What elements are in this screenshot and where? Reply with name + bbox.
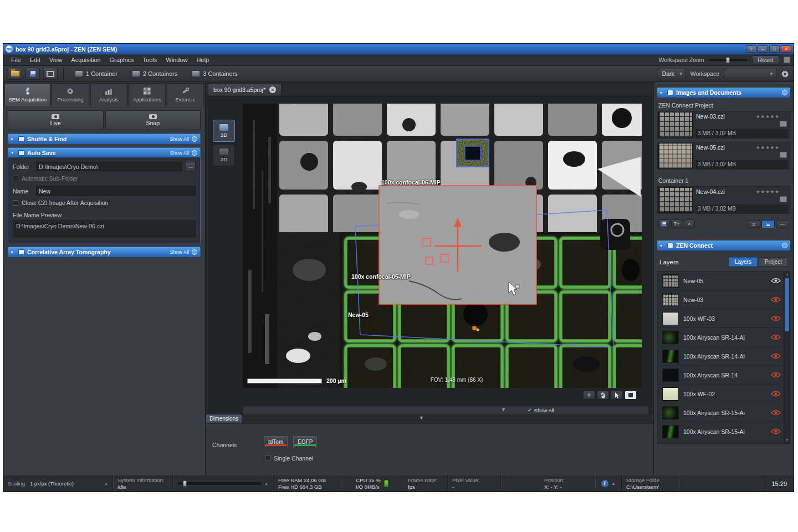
- monitor-icon[interactable]: [780, 196, 787, 202]
- expander-icon[interactable]: ▸: [11, 249, 16, 254]
- document-item-new-05[interactable]: New-05.czi ★★★★★ 3 MB / 3,02 MB: [657, 142, 790, 170]
- browse-folder-button[interactable]: ...: [186, 162, 196, 171]
- document-tab[interactable]: box 90 grid3.a5proj* ×: [208, 83, 282, 96]
- workspace-zoom-slider[interactable]: [709, 59, 748, 61]
- delete-document-button[interactable]: ×: [684, 219, 695, 228]
- view-mode-details-button[interactable]: ≣: [761, 220, 775, 228]
- channel-egfp-button[interactable]: EGFP: [293, 436, 317, 447]
- menu-file[interactable]: File: [7, 55, 25, 64]
- pan-arrows-button[interactable]: ✛: [583, 391, 595, 400]
- folder-input[interactable]: [36, 162, 182, 171]
- tab-project[interactable]: Project: [759, 257, 788, 267]
- layer-row[interactable]: New-05: [658, 272, 790, 290]
- add-annotation-button[interactable]: T+: [671, 219, 682, 228]
- name-input[interactable]: [36, 186, 196, 196]
- new-document-button[interactable]: [43, 68, 58, 80]
- visibility-eye-icon[interactable]: [771, 296, 781, 303]
- tab-dimensions[interactable]: Dimensions: [206, 414, 242, 423]
- checkbox-icon[interactable]: [13, 176, 18, 181]
- chevron-up-icon[interactable]: ▲: [612, 480, 616, 487]
- layer-row[interactable]: 100x Airyscan SR-14-Ai: [658, 347, 790, 366]
- edit-badge-icon[interactable]: [782, 243, 787, 248]
- rating-stars[interactable]: ★★★★★: [756, 189, 780, 195]
- show-all-checkbox[interactable]: ✓ Show All: [528, 407, 554, 413]
- menu-graphics[interactable]: Graphics: [105, 55, 139, 64]
- scrollbar-thumb[interactable]: [785, 278, 789, 331]
- open-file-button[interactable]: [8, 68, 22, 80]
- menu-acquisition[interactable]: Acquisition: [66, 55, 105, 64]
- menu-view[interactable]: View: [45, 55, 67, 64]
- checkbox-icon[interactable]: [265, 456, 270, 461]
- visibility-eye-icon[interactable]: [771, 334, 781, 340]
- overlay-options-bar[interactable]: ▼ ✓ Show All: [243, 406, 649, 415]
- hand-tool-button[interactable]: [597, 391, 609, 400]
- status-info[interactable]: i ▲: [595, 475, 622, 492]
- shuttle-find-header[interactable]: ▸ Shuttle & Find Show All: [8, 134, 200, 144]
- menu-window[interactable]: Window: [161, 55, 192, 64]
- container-layout-1-button[interactable]: 1 Container: [69, 70, 123, 77]
- automatic-subfolder-checkbox-row[interactable]: Automatic Sub-Folder: [13, 175, 196, 182]
- layer-row[interactable]: New-03: [658, 290, 790, 309]
- live-button[interactable]: Live: [8, 110, 104, 130]
- menu-edit[interactable]: Edit: [25, 55, 45, 64]
- help-window-button[interactable]: ?: [746, 45, 756, 53]
- workspace-zoom-slider-thumb[interactable]: [726, 57, 730, 63]
- close-button[interactable]: ×: [781, 45, 791, 53]
- tab-analysis[interactable]: Analysis: [90, 83, 127, 106]
- sem-image-view[interactable]: 100x confocal-06-MIP 100x confocal-05-MI…: [243, 104, 642, 388]
- tab-extensions[interactable]: Extensic: [167, 83, 204, 106]
- chevron-up-icon[interactable]: ▲: [104, 480, 108, 487]
- auto-save-header[interactable]: ▾ Auto Save Show All: [8, 148, 200, 157]
- document-item-new-04[interactable]: New-04.czi ★★★★★ 3 MB / 3,02 MB: [657, 186, 790, 214]
- view-mode-list-button[interactable]: ≡: [747, 220, 760, 228]
- edit-badge-icon[interactable]: [192, 136, 197, 142]
- visibility-eye-icon[interactable]: [771, 428, 781, 434]
- scroll-down-icon[interactable]: ▼: [784, 437, 790, 443]
- edit-badge-icon[interactable]: [192, 150, 197, 156]
- progress-slider[interactable]: [178, 482, 261, 485]
- close-czi-checkbox-row[interactable]: Close CZI Image After Acquisition: [13, 200, 196, 206]
- minimize-button[interactable]: –: [758, 45, 768, 53]
- expander-icon[interactable]: ▾: [11, 150, 16, 155]
- chevron-down-icon[interactable]: ▼: [501, 407, 506, 412]
- monitor-icon[interactable]: [780, 121, 787, 127]
- expander-icon[interactable]: ▾: [660, 243, 664, 248]
- single-channel-checkbox-row[interactable]: Single Channel: [265, 455, 313, 462]
- edit-badge-icon[interactable]: [192, 249, 197, 255]
- zen-connect-header[interactable]: ▾ ZEN Connect: [657, 241, 790, 250]
- channel-tdtom-button[interactable]: tdTom: [264, 436, 288, 447]
- progress-slider-thumb[interactable]: [183, 480, 187, 487]
- container-layout-3-button[interactable]: 3 Containers: [186, 70, 243, 77]
- cursor-tool-button[interactable]: [611, 391, 623, 400]
- visibility-eye-icon[interactable]: [771, 391, 781, 397]
- show-all-toggle[interactable]: Show All: [170, 249, 189, 255]
- info-icon[interactable]: i: [601, 480, 608, 487]
- checkbox-icon[interactable]: [13, 200, 18, 206]
- titlebar[interactable]: ZEN box 90 grid3.a5proj - ZEN (ZEN SEM) …: [3, 44, 794, 54]
- pin-icon[interactable]: [784, 57, 790, 63]
- save-document-button[interactable]: [658, 219, 669, 228]
- theme-select[interactable]: Dark▼: [658, 69, 686, 79]
- status-progress[interactable]: ▲: [173, 475, 274, 492]
- visibility-eye-icon[interactable]: [771, 372, 781, 378]
- scroll-up-icon[interactable]: ▲: [784, 272, 790, 278]
- visibility-eye-icon[interactable]: [771, 353, 781, 359]
- edit-badge-icon[interactable]: [782, 90, 787, 95]
- sem-image-canvas[interactable]: [243, 104, 642, 388]
- chevron-up-icon[interactable]: ▲: [264, 480, 268, 487]
- chevron-down-icon[interactable]: ▼: [419, 415, 424, 421]
- document-item-new-03[interactable]: New-03.czi ★★★★★ 3 MB / 3,02 MB: [657, 111, 790, 139]
- tab-sem-acquisition[interactable]: SEM Acquisition: [4, 83, 50, 106]
- visibility-eye-icon[interactable]: [771, 410, 781, 416]
- correlative-header[interactable]: ▸ Correlative Array Tomography Show All: [8, 247, 200, 257]
- menu-tools[interactable]: Tools: [139, 55, 162, 64]
- show-all-toggle[interactable]: Show All: [170, 150, 189, 156]
- view-2d-button[interactable]: 2D: [213, 120, 235, 142]
- visibility-eye-icon[interactable]: [771, 315, 781, 321]
- snap-button[interactable]: Snap: [105, 110, 201, 130]
- tab-processing[interactable]: Processing: [52, 83, 89, 106]
- expander-icon[interactable]: ▾: [660, 90, 664, 95]
- menu-help[interactable]: Help: [192, 55, 213, 64]
- container-layout-2-button[interactable]: 2 Containers: [126, 70, 183, 77]
- show-all-toggle[interactable]: Show All: [170, 136, 189, 142]
